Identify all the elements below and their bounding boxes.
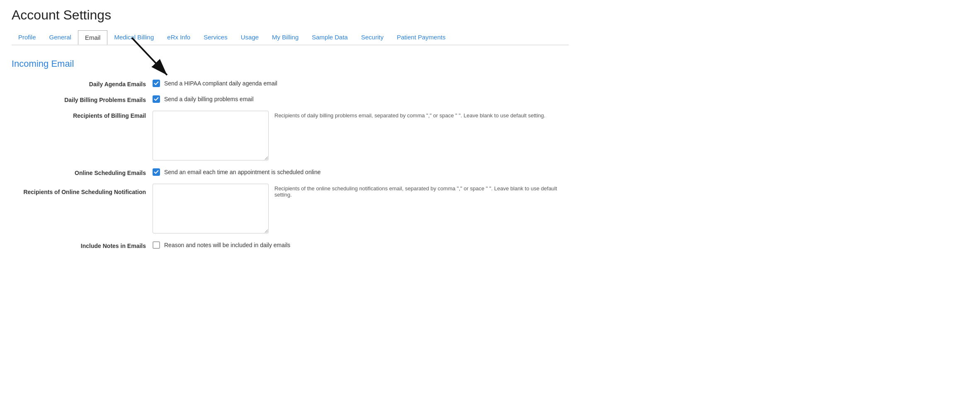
main-content: Incoming Email Daily Agenda Emails Send …: [12, 58, 569, 249]
tab-medical-billing[interactable]: Medical Billing: [107, 29, 160, 45]
tab-profile[interactable]: Profile: [12, 29, 43, 45]
tab-sample-data[interactable]: Sample Data: [305, 29, 354, 45]
label-recipients-billing: Recipients of Billing Email: [12, 111, 153, 119]
tab-security[interactable]: Security: [354, 29, 390, 45]
textarea-recipients-online[interactable]: [153, 184, 269, 233]
checkbox-include-notes[interactable]: [153, 241, 160, 249]
help-recipients-billing: Recipients of daily billing problems ema…: [269, 111, 546, 119]
tab-usage[interactable]: Usage: [234, 29, 265, 45]
control-recipients-billing: Recipients of daily billing problems ema…: [153, 111, 569, 160]
tab-email[interactable]: Email: [78, 30, 108, 45]
label-include-notes: Include Notes in Emails: [12, 241, 153, 249]
tab-services[interactable]: Services: [197, 29, 234, 45]
checkbox-daily-agenda[interactable]: [153, 80, 160, 87]
checkbox-daily-agenda-label: Send a HIPAA compliant daily agenda emai…: [164, 79, 277, 87]
tab-erx-info[interactable]: eRx Info: [160, 29, 197, 45]
control-online-scheduling: Send an email each time an appointment i…: [153, 168, 569, 176]
tab-bar: Profile General Email Medical Billing eR…: [12, 29, 569, 45]
field-daily-agenda: Daily Agenda Emails Send a HIPAA complia…: [12, 79, 569, 87]
field-recipients-billing: Recipients of Billing Email Recipients o…: [12, 111, 569, 160]
control-include-notes: Reason and notes will be included in dai…: [153, 241, 569, 249]
label-daily-agenda: Daily Agenda Emails: [12, 79, 153, 87]
checkbox-daily-billing[interactable]: [153, 95, 160, 103]
field-include-notes: Include Notes in Emails Reason and notes…: [12, 241, 569, 249]
label-online-scheduling: Online Scheduling Emails: [12, 168, 153, 176]
control-recipients-online: Recipients of the online scheduling noti…: [153, 184, 569, 233]
tab-general[interactable]: General: [43, 29, 78, 45]
help-recipients-online: Recipients of the online scheduling noti…: [269, 184, 559, 198]
page-title: Account Settings: [12, 7, 569, 23]
label-recipients-online: Recipients of Online Scheduling Notifica…: [12, 184, 153, 195]
checkbox-online-scheduling-label: Send an email each time an appointment i…: [164, 168, 320, 175]
control-daily-billing: Send a daily billing problems email: [153, 95, 569, 103]
checkbox-include-notes-label: Reason and notes will be included in dai…: [164, 241, 290, 248]
checkbox-online-scheduling[interactable]: [153, 168, 160, 176]
field-online-scheduling: Online Scheduling Emails Send an email e…: [12, 168, 569, 176]
field-daily-billing: Daily Billing Problems Emails Send a dai…: [12, 95, 569, 103]
tab-my-billing[interactable]: My Billing: [265, 29, 305, 45]
field-recipients-online: Recipients of Online Scheduling Notifica…: [12, 184, 569, 233]
section-incoming-email: Incoming Email: [12, 58, 569, 69]
control-daily-agenda: Send a HIPAA compliant daily agenda emai…: [153, 79, 569, 87]
checkbox-daily-billing-label: Send a daily billing problems email: [164, 95, 254, 102]
tab-patient-payments[interactable]: Patient Payments: [390, 29, 452, 45]
textarea-recipients-billing[interactable]: [153, 111, 269, 160]
label-daily-billing: Daily Billing Problems Emails: [12, 95, 153, 103]
